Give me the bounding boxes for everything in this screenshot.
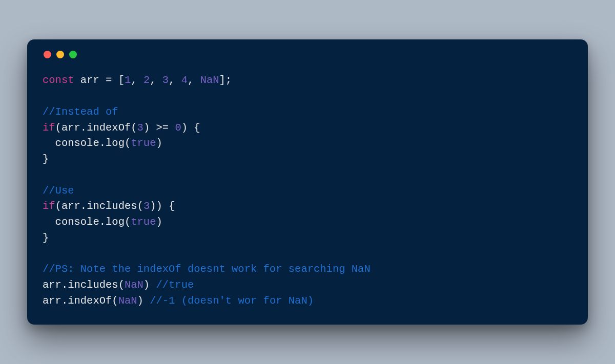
code-token-number: 0 [175, 122, 181, 134]
code-token-punct: ( [55, 122, 61, 134]
code-token-punct: } [43, 232, 49, 244]
code-token-const: NaN [118, 295, 137, 307]
code-token-punct: . [99, 216, 106, 228]
code-token-punct: ) >= [144, 122, 175, 134]
code-token-comment: //true [156, 279, 194, 291]
code-token-method: log [106, 216, 125, 228]
code-token-ident: arr [61, 122, 80, 134]
code-token-punct: ( [55, 200, 61, 212]
code-token-punct: , [150, 74, 162, 86]
minimize-icon[interactable] [56, 51, 64, 58]
code-token-punct [74, 74, 80, 86]
code-block: const arr = [1, 2, 3, 4, NaN]; //Instead… [43, 73, 572, 309]
code-token-punct: . [80, 122, 87, 134]
code-token-method: log [106, 137, 125, 149]
code-token-punct [43, 216, 55, 228]
code-token-punct [43, 137, 55, 149]
zoom-icon[interactable] [69, 51, 77, 58]
code-token-punct: } [43, 153, 49, 165]
code-token-number: 3 [137, 122, 144, 134]
code-token-punct: . [61, 279, 68, 291]
code-token-punct: ) [144, 279, 156, 291]
code-token-punct: ( [125, 137, 131, 149]
code-token-punct: = [ [99, 74, 125, 86]
window-traffic-lights [44, 51, 572, 58]
code-token-punct: ( [118, 279, 125, 291]
code-token-method: indexOf [87, 122, 131, 134]
code-token-method: includes [68, 279, 118, 291]
code-window: const arr = [1, 2, 3, 4, NaN]; //Instead… [27, 39, 588, 324]
code-token-comment: //-1 (doesn't wor for NaN) [150, 295, 314, 307]
code-token-punct: )) { [150, 200, 175, 212]
code-token-ident: console [55, 216, 99, 228]
code-token-const: true [131, 216, 156, 228]
code-token-punct: , [131, 74, 144, 86]
code-token-number: 3 [162, 74, 169, 86]
code-token-punct: ) [137, 295, 150, 307]
code-token-keyword: const [43, 74, 74, 86]
code-token-punct: . [61, 295, 68, 307]
code-token-ident: arr [80, 74, 99, 86]
code-token-comment: //Instead of [43, 106, 118, 118]
code-token-const: NaN [200, 74, 219, 86]
code-token-punct: , [188, 74, 200, 86]
code-token-keyword: if [43, 122, 55, 134]
code-token-punct: ( [137, 200, 144, 212]
code-token-punct: ) [156, 137, 162, 149]
code-token-ident: arr [61, 200, 80, 212]
code-token-ident: arr [43, 295, 61, 307]
code-token-punct: ( [112, 295, 118, 307]
code-token-ident: arr [43, 279, 61, 291]
code-token-method: indexOf [68, 295, 112, 307]
code-token-punct: . [80, 200, 87, 212]
code-token-punct: , [169, 74, 181, 86]
code-token-punct: ) { [181, 122, 200, 134]
code-token-const: NaN [125, 279, 144, 291]
close-icon[interactable] [44, 51, 51, 58]
code-token-method: includes [87, 200, 137, 212]
code-token-punct: ]; [219, 74, 232, 86]
code-token-number: 1 [125, 74, 131, 86]
code-token-comment: //PS: Note the indexOf doesnt work for s… [43, 263, 371, 275]
code-token-ident: console [55, 137, 99, 149]
code-token-punct: . [99, 137, 106, 149]
code-token-const: true [131, 137, 156, 149]
code-token-number: 2 [144, 74, 150, 86]
code-token-number: 3 [144, 200, 150, 212]
code-token-comment: //Use [43, 185, 74, 197]
code-token-punct: ( [125, 216, 131, 228]
code-token-punct: ( [131, 122, 137, 134]
code-token-number: 4 [181, 74, 188, 86]
code-token-punct: ) [156, 216, 162, 228]
code-token-keyword: if [43, 200, 55, 212]
